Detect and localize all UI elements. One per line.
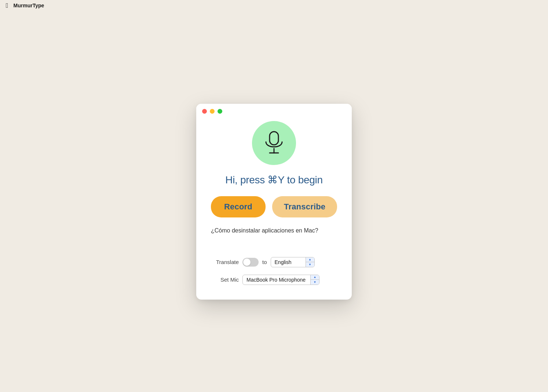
main-heading: Hi, press ⌘Y to begin [225, 174, 323, 186]
action-buttons: Record Transcribe [211, 196, 337, 217]
maximize-button[interactable] [218, 109, 222, 114]
svg-rect-0 [270, 132, 278, 145]
language-stepper: ▲ ▼ [306, 257, 314, 267]
mic-increment-button[interactable]: ▲ [311, 275, 319, 280]
titlebar [196, 104, 352, 117]
translate-toggle[interactable] [242, 258, 259, 267]
close-button[interactable] [202, 109, 207, 114]
mic-select-wrapper: MacBook Pro Microphone Built-in Micropho… [242, 275, 319, 285]
mic-row: Set Mic MacBook Pro Microphone Built-in … [211, 275, 337, 285]
mic-icon-circle [252, 121, 296, 165]
language-increment-button[interactable]: ▲ [306, 257, 314, 263]
language-decrement-button[interactable]: ▼ [306, 262, 314, 267]
main-content: Hi, press ⌘Y to begin Record Transcribe … [0, 11, 548, 392]
set-mic-label: Set Mic [211, 276, 239, 283]
translate-label: Translate [211, 259, 239, 265]
translate-row: Translate to English Spanish French Germ… [211, 257, 337, 267]
mic-stepper: ▲ ▼ [310, 275, 319, 285]
app-name: MurmurType [14, 3, 44, 8]
transcribed-text: ¿Cómo desinstalar aplicaciones en Mac? [211, 226, 318, 235]
microphone-icon [263, 130, 285, 156]
mic-decrement-button[interactable]: ▼ [311, 280, 319, 285]
apple-logo-icon:  [6, 2, 8, 9]
window-body: Hi, press ⌘Y to begin Record Transcribe … [196, 117, 352, 300]
record-button[interactable]: Record [211, 196, 266, 217]
language-select-wrapper: English Spanish French German Italian Po… [271, 257, 315, 267]
transcribe-button[interactable]: Transcribe [272, 196, 337, 217]
app-window: Hi, press ⌘Y to begin Record Transcribe … [196, 104, 352, 300]
minimize-button[interactable] [210, 109, 215, 114]
to-label: to [262, 259, 267, 265]
toggle-knob [243, 259, 251, 266]
bottom-controls: Translate to English Spanish French Germ… [211, 257, 337, 285]
mic-select[interactable]: MacBook Pro Microphone Built-in Micropho… [243, 275, 319, 285]
menubar:  MurmurType [0, 0, 548, 11]
